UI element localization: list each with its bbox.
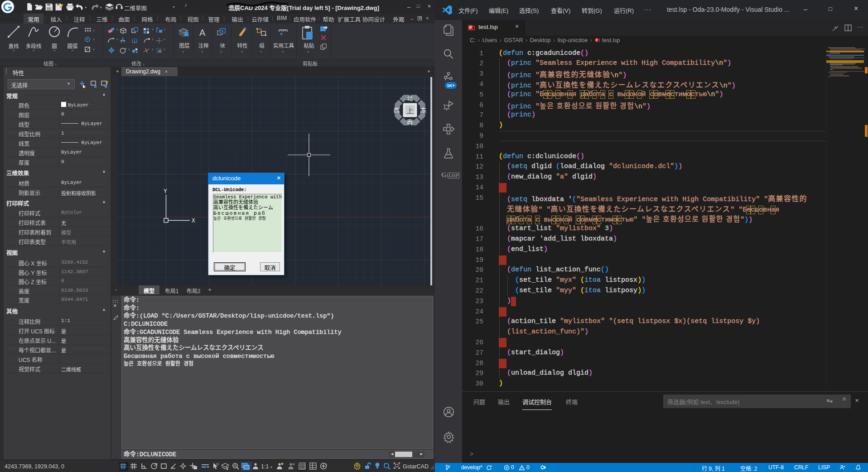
svg-text:X: X: [192, 217, 195, 224]
svg-text:东: 东: [421, 107, 427, 114]
svg-text:南: 南: [407, 119, 413, 125]
svg-text:上: 上: [407, 107, 414, 115]
svg-text:北: 北: [407, 96, 413, 102]
svg-text:西: 西: [394, 107, 400, 114]
svg-text:A: A: [199, 28, 206, 38]
svg-text:Y: Y: [164, 188, 167, 195]
